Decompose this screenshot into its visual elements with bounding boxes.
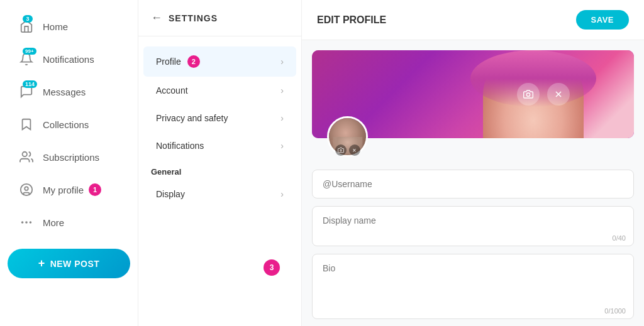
settings-item-profile-left: Profile 2 xyxy=(156,55,200,68)
cover-photo-remove-btn[interactable] xyxy=(547,83,570,106)
settings-item-profile[interactable]: Profile 2 › xyxy=(143,46,296,77)
sidebar-label-notifications: Notifications xyxy=(43,54,94,65)
svg-point-6 xyxy=(526,93,530,96)
more-icon xyxy=(18,214,35,231)
settings-item-privacy-left: Privacy and safety xyxy=(156,113,228,123)
sidebar-item-notifications[interactable]: 99+ Notifications xyxy=(5,44,133,74)
sidebar-label-messages: Messages xyxy=(43,87,86,97)
account-chevron-icon: › xyxy=(280,85,284,95)
sidebar-item-subscriptions[interactable]: Subscriptions xyxy=(5,142,133,172)
form-area: 0/40 0/1000 0/64 xyxy=(302,138,644,326)
sidebar-item-more[interactable]: More xyxy=(5,207,133,237)
settings-account-label: Account xyxy=(156,85,188,95)
sidebar-label-collections: Collections xyxy=(43,119,89,130)
privacy-chevron-icon: › xyxy=(280,113,284,123)
settings-display-label: Display xyxy=(156,189,185,199)
sidebar-label-more: More xyxy=(43,217,64,228)
settings-profile-label: Profile xyxy=(156,57,181,67)
my-profile-icon xyxy=(18,181,35,198)
svg-point-3 xyxy=(26,222,27,223)
settings-item-display-left: Display xyxy=(156,189,185,199)
settings-item-privacy[interactable]: Privacy and safety › xyxy=(143,104,296,132)
settings-panel: ← SETTINGS Profile 2 › Account › Privacy… xyxy=(138,0,302,326)
new-post-button[interactable]: + NEW POST xyxy=(8,249,130,278)
back-button[interactable]: ← xyxy=(151,11,162,24)
sidebar-item-messages[interactable]: 114 Messages xyxy=(5,77,133,107)
display-name-count: 0/40 xyxy=(613,234,626,242)
settings-notifications-label: Notifications xyxy=(156,141,204,151)
username-field xyxy=(312,170,634,198)
avatar-area: × xyxy=(327,116,368,157)
cover-photo-camera-btn[interactable] xyxy=(517,83,540,106)
new-post-label: NEW POST xyxy=(50,259,100,269)
svg-point-2 xyxy=(25,187,28,190)
svg-point-9 xyxy=(340,149,341,151)
edit-profile-panel: EDIT PROFILE SAVE xyxy=(302,0,644,326)
settings-general-label: General xyxy=(138,160,301,180)
notifications-badge: 99+ xyxy=(23,48,36,55)
display-name-field: 0/40 xyxy=(312,206,634,246)
settings-profile-badge: 2 xyxy=(187,55,200,68)
bookmark-icon xyxy=(18,116,35,133)
svg-point-0 xyxy=(23,152,27,156)
save-button[interactable]: SAVE xyxy=(576,10,629,30)
settings-menu: Profile 2 › Account › Privacy and safety… xyxy=(138,36,301,326)
edit-profile-header: EDIT PROFILE SAVE xyxy=(302,0,644,40)
settings-header: ← SETTINGS xyxy=(138,0,301,36)
svg-point-5 xyxy=(22,222,23,223)
display-name-input[interactable] xyxy=(313,207,633,234)
sidebar-item-collections[interactable]: Collections xyxy=(5,109,133,139)
sidebar: 3 Home 99+ Notifications 114 Messages Co… xyxy=(0,0,138,326)
svg-point-4 xyxy=(30,222,31,223)
profile-chevron-icon: › xyxy=(280,57,284,67)
home-badge: 3 xyxy=(23,15,33,23)
settings-item-notifications[interactable]: Notifications › xyxy=(143,132,296,160)
display-chevron-icon: › xyxy=(280,189,284,199)
bio-field: 0/1000 xyxy=(312,254,634,319)
bio-count: 0/1000 xyxy=(604,307,626,315)
messages-badge: 114 xyxy=(23,80,37,88)
sidebar-item-home[interactable]: 3 Home xyxy=(5,11,133,41)
settings-item-account[interactable]: Account › xyxy=(143,77,296,104)
settings-item-account-left: Account xyxy=(156,85,188,95)
username-input[interactable] xyxy=(313,170,633,198)
settings-privacy-label: Privacy and safety xyxy=(156,113,228,123)
plus-icon: + xyxy=(38,257,45,270)
settings-item-display[interactable]: Display › xyxy=(143,180,296,208)
settings-item-notifications-left: Notifications xyxy=(156,141,204,151)
bio-input[interactable] xyxy=(313,254,633,305)
settings-floating-badge: 3 xyxy=(264,259,280,276)
sidebar-label-subscriptions: Subscriptions xyxy=(43,152,99,163)
sidebar-item-my-profile[interactable]: My profile 1 xyxy=(5,175,133,205)
subscriptions-icon xyxy=(18,148,35,166)
settings-title: SETTINGS xyxy=(169,13,218,23)
my-profile-side-badge: 1 xyxy=(89,183,101,196)
avatar-remove-btn[interactable]: × xyxy=(349,144,360,156)
sidebar-label-home: Home xyxy=(43,21,68,32)
avatar-controls: × xyxy=(327,144,368,156)
edit-profile-title: EDIT PROFILE xyxy=(317,14,386,26)
notifications-chevron-icon: › xyxy=(280,141,284,151)
avatar-camera-btn[interactable] xyxy=(335,144,347,156)
sidebar-label-my-profile: My profile xyxy=(43,185,84,195)
cover-photo-controls xyxy=(517,83,570,106)
